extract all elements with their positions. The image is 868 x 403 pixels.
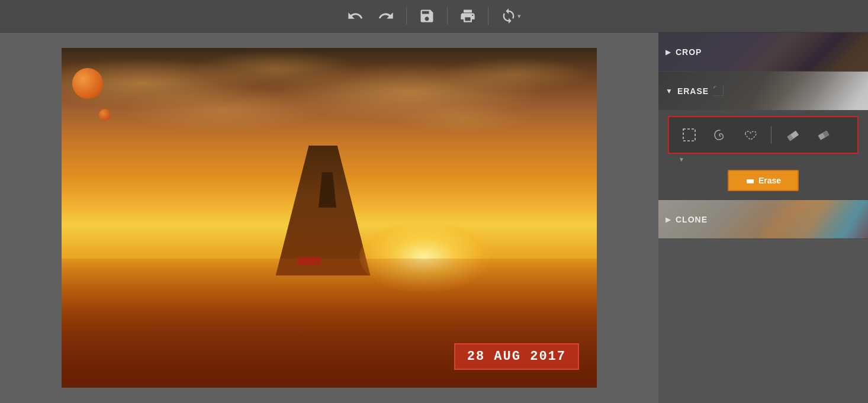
crop-arrow-icon: ▶ — [666, 48, 671, 56]
erase-button-label: Erase — [758, 176, 781, 185]
separator-2 — [447, 7, 448, 25]
erase-icon: ⬛ — [712, 85, 724, 96]
eraser-tool-1[interactable] — [779, 123, 805, 147]
selection-down-arrow: ▼ — [679, 156, 684, 163]
main-content: 28 AUG 2017 ▶ CROP ▼ ERASE ⬛ — [0, 33, 868, 403]
shape-select-tool[interactable] — [738, 123, 764, 147]
erase-btn-icon — [745, 176, 755, 185]
image-container: 28 AUG 2017 — [62, 48, 597, 388]
erase-title: ERASE — [677, 86, 709, 96]
svg-rect-0 — [683, 129, 695, 141]
lasso-select-tool[interactable] — [707, 123, 733, 147]
main-image — [62, 48, 597, 388]
svg-rect-6 — [747, 179, 750, 183]
eraser-tool-2[interactable] — [809, 123, 835, 147]
print-button[interactable] — [455, 4, 481, 28]
crop-title: CROP — [676, 47, 702, 57]
erase-button[interactable]: Erase — [728, 170, 799, 191]
refresh-button[interactable]: ▾ — [496, 4, 526, 28]
selection-indicator: ▼ — [663, 156, 863, 164]
clone-arrow-icon: ▶ — [666, 215, 671, 224]
right-panel: ▶ CROP ▼ ERASE ⬛ — [658, 33, 868, 403]
crop-header[interactable]: ▶ CROP — [658, 33, 868, 71]
erase-header[interactable]: ▼ ERASE ⬛ — [658, 72, 868, 110]
toolbar: ▾ — [0, 0, 868, 33]
rect-select-tool[interactable] — [676, 123, 702, 147]
clone-section: ▶ CLONE — [658, 200, 868, 239]
undo-button[interactable] — [342, 4, 368, 28]
date-stamp: 28 AUG 2017 — [454, 343, 579, 370]
canvas-area: 28 AUG 2017 — [0, 33, 658, 403]
crop-section: ▶ CROP — [658, 33, 868, 72]
erase-tools-row — [668, 116, 859, 154]
separator-3 — [488, 7, 488, 25]
erase-section: ▼ ERASE ⬛ — [658, 72, 868, 200]
redo-button[interactable] — [373, 4, 399, 28]
erase-tools-sep — [771, 126, 771, 144]
erase-arrow-icon: ▼ — [666, 87, 673, 95]
separator-1 — [406, 7, 407, 25]
clone-header[interactable]: ▶ CLONE — [658, 200, 868, 238]
erase-tools-container: ▼ — [658, 110, 868, 164]
clone-title: CLONE — [676, 215, 708, 224]
save-button[interactable] — [414, 4, 440, 28]
erase-btn-row: Erase — [658, 164, 868, 199]
panel-empty-space — [658, 239, 868, 403]
